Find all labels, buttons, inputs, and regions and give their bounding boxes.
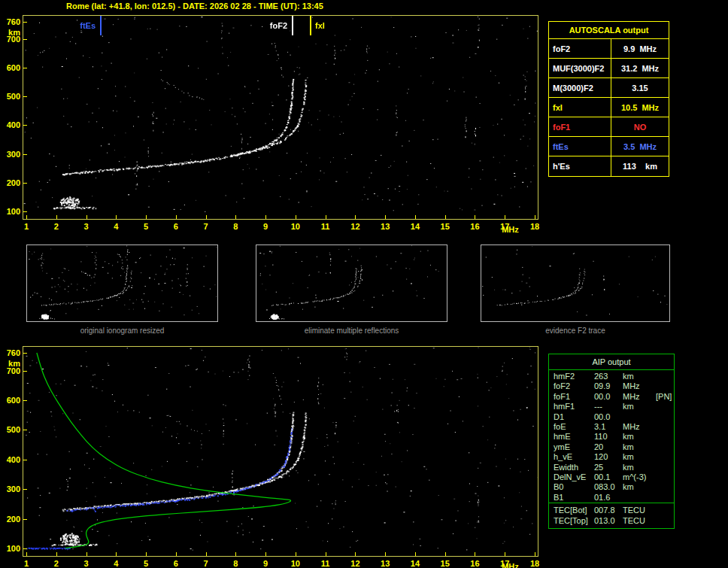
aip-tec-rows: TEC[Bot]007.8TECUTEC[Top]013.0TECU: [549, 503, 674, 528]
autoscala-row-label: MUF(3000)F2: [549, 59, 611, 77]
aip-row-value: 20: [594, 442, 623, 452]
y-tick-label: 400: [2, 456, 20, 464]
aip-row-label: B0: [549, 482, 594, 492]
thumbnail-caption-original: original ionogram resized: [26, 327, 218, 336]
aip-row-extra: [656, 402, 674, 412]
aip-row-label: hmF2: [549, 372, 594, 381]
autoscala-row-value: 10.5 MHz: [611, 98, 669, 117]
autoscala-row: fxI10.5 MHz: [549, 98, 669, 117]
aip-row-unit: MHz: [623, 392, 656, 402]
aip-tec-unit: TECU: [623, 515, 656, 526]
aip-row-value: 25: [594, 463, 623, 472]
aip-row-extra: [PN]: [656, 392, 674, 402]
aip-row-value: 00.1: [594, 472, 623, 482]
autoscala-row-label: ftEs: [549, 137, 611, 156]
x-tick-label: 9: [263, 560, 268, 568]
page-title: Rome (lat: +41.8, lon: 012.5) - DATE: 20…: [66, 2, 323, 11]
thumbnail-original-ionogram: [26, 245, 218, 322]
y-tick-label: 700: [2, 367, 20, 375]
aip-row-unit: km: [623, 482, 656, 492]
autoscala-row-value: 31.2 MHz: [611, 59, 669, 77]
x-tick-label: 15: [441, 223, 450, 231]
aip-row: hmE110km: [549, 432, 674, 442]
y-tick-label: 400: [2, 121, 20, 129]
aip-row-label: DelN_vE: [549, 472, 594, 482]
aip-row-value: 00.0: [594, 392, 623, 402]
autoscala-row-label: h'Es: [549, 156, 611, 176]
x-tick-label: 10: [291, 223, 300, 231]
x-tick-label: 6: [174, 560, 178, 568]
aip-row-extra: [656, 442, 674, 452]
aip-row-label: foF2: [549, 381, 594, 391]
aip-row-value: 01.6: [594, 493, 623, 503]
profile-ionogram-canvas: [23, 347, 538, 556]
aip-row-extra: [656, 493, 674, 503]
x-axis-unit-label: MHz: [502, 226, 519, 234]
autoscala-row-label: foF1: [549, 117, 611, 136]
aip-row-value: 110: [594, 432, 623, 442]
aip-row-unit: km: [623, 442, 656, 452]
autoscala-row-value: 113 km: [611, 156, 669, 176]
aip-row-unit: [623, 412, 656, 422]
autoscala-row-label: M(3000)F2: [549, 78, 611, 97]
x-tick-label: 16: [470, 560, 479, 568]
aip-row-unit: km: [623, 452, 656, 462]
aip-row-unit: [623, 493, 656, 503]
y-tick-label: 500: [2, 426, 20, 434]
aip-row: h_vE120km: [549, 452, 674, 462]
thumbnail-original-canvas: [27, 245, 217, 321]
aip-row: foE3.1MHz: [549, 422, 674, 432]
thumbnail-caption-eliminate: eliminate multiple reflections: [256, 327, 447, 336]
aip-row: B101.6: [549, 493, 674, 503]
autoscala-table-title: AUTOSCALA output: [549, 22, 669, 39]
x-tick-label: 7: [204, 223, 208, 231]
x-tick-label: 10: [291, 560, 300, 568]
x-tick-label: 3: [83, 223, 88, 231]
x-tick-label: 15: [441, 560, 450, 568]
thumbnail-evidence-canvas: [481, 245, 669, 321]
autoscala-row: M(3000)F23.15: [549, 78, 669, 98]
y-axis-unit-label: km: [2, 29, 20, 37]
aip-row-unit: km: [623, 402, 656, 412]
aip-row-extra: [656, 472, 674, 482]
aip-tec-value: 013.0: [594, 515, 623, 526]
y-tick-label: 760: [2, 349, 20, 357]
thumbnail-evidence-f2: [481, 245, 670, 322]
y-tick-label: 760: [2, 18, 20, 26]
aip-row-extra: [656, 422, 674, 432]
aip-row-label: hmE: [549, 432, 594, 442]
aip-tec-value: 007.8: [594, 505, 623, 515]
x-tick-label: 13: [381, 560, 390, 568]
aip-row: foF100.0MHz[PN]: [549, 392, 674, 402]
aip-tec-label: TEC[Bot]: [549, 505, 594, 515]
autoscala-row-value: 9.9 MHz: [611, 39, 669, 58]
autoscala-row: h'Es113 km: [549, 156, 669, 176]
aip-tec-label: TEC[Top]: [549, 515, 594, 526]
aip-tec-row: TEC[Bot]007.8TECU: [549, 505, 674, 515]
aip-row-label: D1: [549, 412, 594, 422]
aip-table-rows: hmF2263kmfoF209.9MHzfoF100.0MHz[PN]hmF1-…: [549, 370, 674, 503]
autoscala-row: ftEs3.5 MHz: [549, 137, 669, 156]
aip-row-value: 3.1: [594, 422, 623, 432]
x-tick-label: 4: [114, 560, 118, 568]
x-tick-label: 8: [233, 223, 238, 231]
aip-row: ymE20km: [549, 442, 674, 452]
y-axis-unit-label: km: [2, 360, 20, 368]
aip-row-unit: km: [623, 372, 656, 381]
profile-ionogram-frame: [23, 346, 538, 557]
x-tick-label: 14: [411, 223, 420, 231]
y-tick-label: 300: [2, 150, 20, 159]
aip-row-label: ymE: [549, 442, 594, 452]
aip-tec-unit: TECU: [623, 505, 656, 515]
main-ionogram-frame: [23, 15, 538, 220]
autoscala-row: MUF(3000)F231.2 MHz: [549, 59, 669, 78]
aip-row: Ewidth25km: [549, 463, 674, 472]
aip-row-unit: MHz: [623, 422, 656, 432]
x-tick-label: 11: [321, 560, 330, 568]
autoscala-table-rows: foF29.9 MHzMUF(3000)F231.2 MHzM(3000)F23…: [549, 39, 669, 176]
screen: { "header": { "title": "Rome (lat: +41.8…: [0, 0, 728, 568]
x-tick-label: 13: [381, 223, 390, 231]
aip-row-extra: [656, 432, 674, 442]
autoscala-row-label: foF2: [549, 39, 611, 58]
aip-row-value: 263: [594, 372, 623, 381]
